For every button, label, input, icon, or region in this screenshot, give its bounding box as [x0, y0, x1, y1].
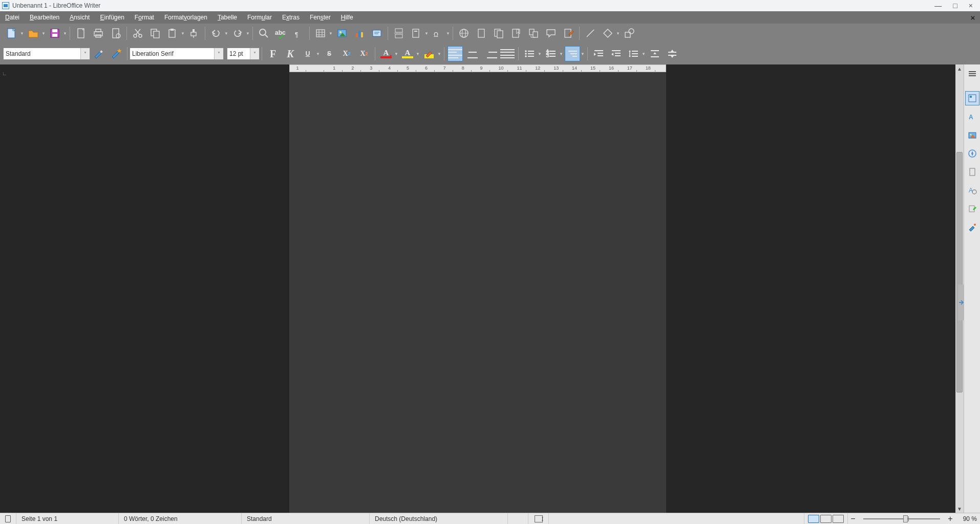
menu-formular[interactable]: Formular [242, 11, 277, 24]
increase-indent-button[interactable] [591, 46, 606, 61]
insert-endnote-button[interactable] [491, 26, 506, 41]
open-dropdown[interactable]: ▼ [41, 26, 46, 41]
increase-para-spacing-button[interactable] [647, 46, 663, 61]
char-highlight-button[interactable] [421, 46, 437, 61]
sidebar-properties-button[interactable] [965, 91, 979, 105]
sidebar-styles-button[interactable]: A [965, 110, 979, 124]
redo-button[interactable] [230, 26, 245, 41]
zoom-slider[interactable] [858, 513, 945, 524]
underline-button[interactable]: U [300, 46, 315, 61]
menu-formatvorlagen[interactable]: Formatvorlagen [159, 11, 212, 24]
new-button[interactable] [4, 26, 19, 41]
sidebar-manage-changes-button[interactable] [965, 202, 979, 216]
align-right-button[interactable] [482, 46, 498, 61]
align-center-button[interactable] [465, 46, 480, 61]
menu-datei[interactable]: Datei [0, 11, 25, 24]
view-book-icon[interactable] [833, 515, 844, 523]
status-page[interactable]: Seite 1 von 1 [16, 513, 119, 524]
insert-textbox-button[interactable] [369, 26, 385, 41]
horizontal-ruler[interactable]: 1123456789101112131415161718 [289, 64, 666, 72]
outline-list-dropdown[interactable]: ▼ [580, 46, 585, 61]
insert-symbol-button[interactable]: Ω [430, 26, 445, 41]
status-view-mode[interactable] [804, 513, 848, 524]
insert-footnote-button[interactable] [474, 26, 489, 41]
sidebar-expand-handle[interactable] [958, 285, 964, 320]
document-page[interactable] [289, 72, 666, 513]
numbered-list-button[interactable]: 123 [543, 46, 559, 61]
align-left-button[interactable] [448, 46, 463, 61]
spellcheck-button[interactable]: abc [273, 26, 289, 41]
strikethrough-button[interactable]: S [322, 46, 337, 61]
insert-pagebreak-button[interactable] [391, 26, 407, 41]
bold-button[interactable]: F [265, 46, 281, 61]
insert-crossref-button[interactable] [526, 26, 541, 41]
sidebar-settings-button[interactable] [965, 67, 979, 81]
insert-field-dropdown[interactable]: ▼ [424, 26, 429, 41]
paste-dropdown[interactable]: ▼ [180, 26, 185, 41]
superscript-button[interactable]: X2 [339, 46, 354, 61]
open-button[interactable] [26, 26, 41, 41]
highlight-button[interactable]: A [400, 46, 415, 61]
menu-tabelle[interactable]: Tabelle [212, 11, 242, 24]
font-color-button[interactable]: A• [378, 46, 394, 61]
menu-hilfe[interactable]: Hilfe [336, 11, 358, 24]
close-document-button[interactable]: × [969, 13, 977, 21]
menu-fenster[interactable]: Fenster [305, 11, 336, 24]
paragraph-style-combo[interactable]: Standard ˅ [3, 48, 90, 60]
insert-line-button[interactable] [583, 26, 598, 41]
numbered-list-dropdown[interactable]: ▼ [559, 46, 564, 61]
align-justify-button[interactable] [500, 46, 515, 61]
insert-chart-button[interactable] [352, 26, 367, 41]
maximize-button[interactable]: □ [953, 2, 957, 10]
insert-comment-button[interactable] [543, 26, 559, 41]
font-name-combo[interactable]: Liberation Serif ˅ [130, 48, 224, 60]
copy-button[interactable] [147, 26, 163, 41]
view-single-icon[interactable] [808, 515, 819, 523]
bullet-list-button[interactable] [522, 46, 537, 61]
italic-button[interactable]: K [283, 46, 298, 61]
undo-button[interactable] [208, 26, 224, 41]
highlight-dropdown[interactable]: ▼ [415, 46, 420, 61]
undo-dropdown[interactable]: ▼ [224, 26, 229, 41]
font-size-combo[interactable]: 12 pt ˅ [227, 48, 260, 60]
insert-hyperlink-button[interactable] [456, 26, 472, 41]
clone-formatting-button[interactable] [186, 26, 202, 41]
line-spacing-button[interactable] [626, 46, 641, 61]
underline-dropdown[interactable]: ▼ [315, 46, 321, 61]
scroll-up-arrow-icon[interactable]: ▲ [955, 64, 964, 73]
save-button[interactable] [47, 26, 62, 41]
insert-table-dropdown[interactable]: ▼ [328, 26, 333, 41]
print-button[interactable] [91, 26, 106, 41]
line-spacing-dropdown[interactable]: ▼ [641, 46, 646, 61]
status-pagestyle[interactable]: Standard [242, 513, 370, 524]
new-dropdown[interactable]: ▼ [19, 26, 25, 41]
formatting-marks-button[interactable]: ¶ [291, 26, 306, 41]
subscript-button[interactable]: X2 [356, 46, 372, 61]
basic-shapes-button[interactable] [600, 26, 615, 41]
close-button[interactable]: × [969, 2, 973, 10]
zoom-in-button[interactable]: + [945, 513, 955, 524]
status-insert-mode[interactable] [508, 513, 528, 524]
menu-ansicht[interactable]: Ansicht [65, 11, 95, 24]
sidebar-navigator-button[interactable] [965, 146, 979, 161]
status-signature[interactable] [549, 513, 804, 524]
status-language[interactable]: Deutsch (Deutschland) [370, 513, 508, 524]
zoom-out-button[interactable]: − [848, 513, 858, 524]
new-style-button[interactable] [109, 46, 124, 61]
update-style-button[interactable] [91, 46, 106, 61]
cut-button[interactable] [130, 26, 145, 41]
sidebar-gallery-button[interactable] [965, 128, 979, 142]
show-draw-functions-button[interactable] [622, 26, 637, 41]
insert-field-button[interactable] [409, 26, 424, 41]
menu-bearbeiten[interactable]: Bearbeiten [25, 11, 65, 24]
menu-extras[interactable]: Extras [277, 11, 305, 24]
scrollbar-thumb[interactable] [956, 152, 963, 392]
insert-image-button[interactable] [334, 26, 350, 41]
print-preview-button[interactable] [108, 26, 123, 41]
save-dropdown[interactable]: ▼ [62, 26, 68, 41]
font-color-dropdown[interactable]: ▼ [394, 46, 399, 61]
decrease-indent-button[interactable] [608, 46, 624, 61]
editing-area[interactable]: ∟ 1123456789101112131415161718 [0, 64, 955, 513]
insert-symbol-dropdown[interactable]: ▼ [445, 26, 451, 41]
char-highlight-dropdown[interactable]: ▼ [437, 46, 442, 61]
